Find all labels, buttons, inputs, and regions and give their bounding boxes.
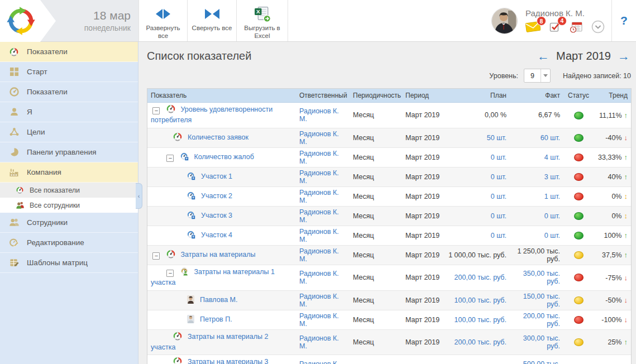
plan-value[interactable]: 0 шт. xyxy=(491,232,506,240)
col-period[interactable]: Период xyxy=(402,90,444,101)
sidebar-item-indicators[interactable]: Показатели xyxy=(0,82,138,102)
user-name[interactable]: Радионов К. М. xyxy=(525,8,585,18)
responsible-cell: Радионов К. М. xyxy=(296,291,350,310)
responsible-link[interactable]: Радионов К. М. xyxy=(299,228,339,243)
status-cell xyxy=(565,337,592,348)
plan-value[interactable]: 0 шт. xyxy=(491,212,506,220)
responsible-link[interactable]: Радионов К. М. xyxy=(299,107,339,123)
sidebar-item-dashboards[interactable]: Панели управления xyxy=(0,142,138,162)
sidebar-subitem-all-employees[interactable]: Все сотрудники xyxy=(0,198,138,213)
sidebar-collapse-handle[interactable]: ‹ xyxy=(136,183,142,209)
calendar-clock-icon[interactable] xyxy=(570,21,583,33)
tasks-icon[interactable]: 4 xyxy=(549,21,561,33)
responsible-link[interactable]: Радионов К. М. xyxy=(299,150,339,165)
page-title: Список показателей xyxy=(147,50,251,63)
responsible-link[interactable]: Радионов К. М. xyxy=(299,293,339,308)
status-cell xyxy=(565,190,592,202)
sidebar-item-company[interactable]: Компания xyxy=(0,162,138,183)
col-fact[interactable]: Факт xyxy=(511,90,565,101)
help-button[interactable]: ? xyxy=(620,14,628,27)
plan-value[interactable]: 200,00 тыс. руб. xyxy=(455,274,506,281)
sidebar-item-goals[interactable]: Цели xyxy=(0,122,138,142)
trend-cell: 100%↑ xyxy=(592,229,631,241)
indicator-link[interactable]: Количество заявок xyxy=(188,133,248,141)
col-indicator[interactable]: Показатель xyxy=(147,89,296,103)
indicator-link[interactable]: Павлова М. xyxy=(200,296,238,304)
fact-value[interactable]: 1 шт. xyxy=(544,193,560,200)
col-trend[interactable]: Тренд xyxy=(592,90,631,101)
tree-collapse-toggle[interactable]: − xyxy=(152,107,160,114)
fact-value[interactable]: 0 шт. xyxy=(544,212,560,220)
responsible-link[interactable]: Радионов К. М. xyxy=(299,247,339,263)
responsible-cell: Радионов К. М. xyxy=(296,148,350,167)
fact-value[interactable]: 500,00 тыс. руб. xyxy=(523,360,560,364)
fact-value[interactable]: 3 шт. xyxy=(544,173,560,181)
prev-month-button[interactable]: ← xyxy=(537,50,549,63)
tree-collapse-toggle[interactable]: − xyxy=(166,155,174,162)
trend-cell: -40%↓ xyxy=(592,132,631,143)
factory-icon xyxy=(8,167,20,178)
sidebar-item-employees[interactable]: Сотрудники xyxy=(0,213,138,233)
user-menu-chevron-icon[interactable] xyxy=(591,20,605,33)
responsible-link[interactable]: Радионов К. М. xyxy=(299,169,339,185)
sidebar-item-me[interactable]: Я xyxy=(0,102,138,122)
messages-icon[interactable]: 8 xyxy=(525,21,541,32)
indicator-link[interactable]: Затраты на материалы 2 участка xyxy=(151,333,268,351)
fact-value[interactable]: 350,00 тыс. руб. xyxy=(523,270,560,285)
responsible-link[interactable]: Радионов К. М. xyxy=(299,334,339,350)
sidebar-item-editing[interactable]: Редактирование xyxy=(0,233,138,253)
plan-value[interactable]: 200,00 тыс. руб. xyxy=(455,338,506,346)
fact-value[interactable]: 60 шт. xyxy=(541,134,560,142)
period-cell: Март 2019 xyxy=(402,210,444,222)
indicator-link[interactable]: Затраты на материалы xyxy=(180,251,255,258)
col-plan[interactable]: План xyxy=(444,90,511,101)
responsible-link[interactable]: Радионов К. М. xyxy=(299,312,339,328)
indicator-link[interactable]: Участок 1 xyxy=(201,173,232,180)
sidebar-item-matrix-templates[interactable]: Шаблоны матриц xyxy=(0,253,138,273)
col-periodicity[interactable]: Периодичность xyxy=(350,90,402,101)
export-excel-button[interactable]: X Выгрузить в Excel xyxy=(237,0,288,41)
fact-value[interactable]: 0 шт. xyxy=(544,232,560,240)
trend-up-arrow-icon: ↑ xyxy=(624,231,628,240)
trend-down-arrow-icon: ↓ xyxy=(624,133,628,142)
plan-value[interactable]: 0 шт. xyxy=(491,193,506,200)
plan-value[interactable]: 100,00 тыс. руб. xyxy=(455,316,506,324)
level-select[interactable]: 9 xyxy=(524,69,551,83)
responsible-link[interactable]: Радионов К. М. xyxy=(299,208,339,224)
gauge-blue-icon xyxy=(187,172,195,180)
trend-cell: -50%↓ xyxy=(592,294,631,306)
fact-value[interactable]: 150,00 тыс. руб. xyxy=(523,293,560,308)
indicator-link[interactable]: Участок 3 xyxy=(201,212,232,219)
indicator-link[interactable]: Участок 4 xyxy=(201,231,232,239)
plan-value[interactable]: 50 шт. xyxy=(487,134,506,142)
collapse-all-button[interactable]: Свернуть все xyxy=(188,0,237,41)
fact-cell: 150,00 тыс. руб. xyxy=(511,291,565,310)
plan-value[interactable]: 100,00 тыс. руб. xyxy=(455,296,506,304)
user-avatar[interactable] xyxy=(491,8,518,34)
plan-value[interactable]: 0 шт. xyxy=(491,154,506,161)
col-status[interactable]: Статус xyxy=(565,90,592,101)
fact-cell: 500,00 тыс. руб. xyxy=(511,358,565,364)
responsible-cell: Радионов К. М. xyxy=(296,167,350,186)
gauge-icon xyxy=(8,87,20,97)
plan-value[interactable]: 0 шт. xyxy=(491,173,506,181)
responsible-link[interactable]: Радионов К. М. xyxy=(299,360,339,364)
tree-collapse-toggle[interactable]: − xyxy=(152,252,160,260)
responsible-link[interactable]: Радионов К. М. xyxy=(299,270,339,285)
sidebar-subitem-all-indicators[interactable]: Все показатели xyxy=(0,183,138,198)
sidebar-item-indicators-main[interactable]: Показатели xyxy=(0,42,138,62)
indicator-link[interactable]: Участок 2 xyxy=(201,192,232,200)
responsible-link[interactable]: Радионов К. М. xyxy=(299,130,339,146)
expand-all-button[interactable]: Развернуть все xyxy=(138,0,188,41)
col-responsible[interactable]: Ответственный xyxy=(296,90,350,101)
indicator-link[interactable]: Петров П. xyxy=(200,315,232,323)
next-month-button[interactable]: → xyxy=(618,50,630,63)
fact-value[interactable]: 200,00 тыс. руб. xyxy=(523,312,560,328)
responsible-link[interactable]: Радионов К. М. xyxy=(299,189,339,204)
tree-collapse-toggle[interactable]: − xyxy=(166,270,174,277)
fact-value[interactable]: 300,00 тыс. руб. xyxy=(523,334,560,350)
sidebar-item-start[interactable]: Старт xyxy=(0,62,138,82)
fact-value[interactable]: 4 шт. xyxy=(544,154,560,161)
status-red-indicator xyxy=(574,274,584,281)
indicator-link[interactable]: Количество жалоб xyxy=(194,153,254,161)
